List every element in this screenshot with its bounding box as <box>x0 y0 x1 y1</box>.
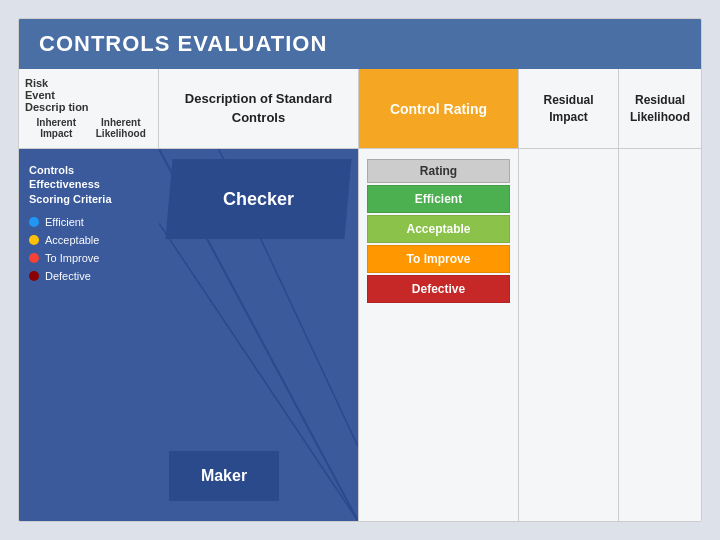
main-container: CONTROLS EVALUATION Risk Event Descrip t… <box>18 18 702 522</box>
control-rating-label: Control Rating <box>390 101 487 117</box>
rating-acceptable: Acceptable <box>367 215 510 243</box>
left-panel: Controls Effectiveness Scoring Criteria … <box>19 149 159 521</box>
inherent-impact-header: Inherent Impact <box>25 117 88 139</box>
middle-content: Checker Maker <box>159 149 359 521</box>
bullet-acceptable: Acceptable <box>29 234 149 246</box>
risk-label: Risk Event Descrip tion <box>25 77 152 113</box>
col-risk: Risk Event Descrip tion Inherent Impact … <box>19 69 159 148</box>
checker-box: Checker <box>166 159 352 239</box>
column-headers: Risk Event Descrip tion Inherent Impact … <box>19 69 701 149</box>
page-header: CONTROLS EVALUATION <box>19 19 701 69</box>
rating-panel: Rating Efficient Acceptable To Improve D… <box>359 149 519 521</box>
page-wrapper: CONTROLS EVALUATION Risk Event Descrip t… <box>0 0 720 540</box>
inherent-likelihood-header: Inherent Likelihood <box>90 117 153 139</box>
dot-efficient <box>29 217 39 227</box>
maker-box: Maker <box>169 451 279 501</box>
dot-acceptable <box>29 235 39 245</box>
rating-header: Rating <box>367 159 510 183</box>
rating-defective: Defective <box>367 275 510 303</box>
dot-defective <box>29 271 39 281</box>
maker-label: Maker <box>201 467 247 485</box>
desc-header-label: Description of Standard Controls <box>167 90 350 126</box>
residual-likelihood-content <box>619 149 701 521</box>
bullet-defective: Defective <box>29 270 149 282</box>
content-row: Controls Effectiveness Scoring Criteria … <box>19 149 701 521</box>
header-title: CONTROLS EVALUATION <box>39 31 327 56</box>
col-residual-impact: Residual Impact <box>519 69 619 148</box>
residual-likelihood-label: Residual Likelihood <box>627 92 693 126</box>
residual-impact-content <box>519 149 619 521</box>
col-residual-likelihood: Residual Likelihood <box>619 69 701 148</box>
bullet-to-improve: To Improve <box>29 252 149 264</box>
dot-to-improve <box>29 253 39 263</box>
panel-title: Controls Effectiveness Scoring Criteria <box>29 163 149 206</box>
sub-headers: Inherent Impact Inherent Likelihood <box>25 117 152 139</box>
residual-impact-label: Residual Impact <box>527 92 610 126</box>
col-control-rating: Control Rating <box>359 69 519 148</box>
bullet-efficient: Efficient <box>29 216 149 228</box>
col-description: Description of Standard Controls <box>159 69 359 148</box>
rating-to-improve: To Improve <box>367 245 510 273</box>
checker-label: Checker <box>223 189 294 210</box>
rating-efficient: Efficient <box>367 185 510 213</box>
